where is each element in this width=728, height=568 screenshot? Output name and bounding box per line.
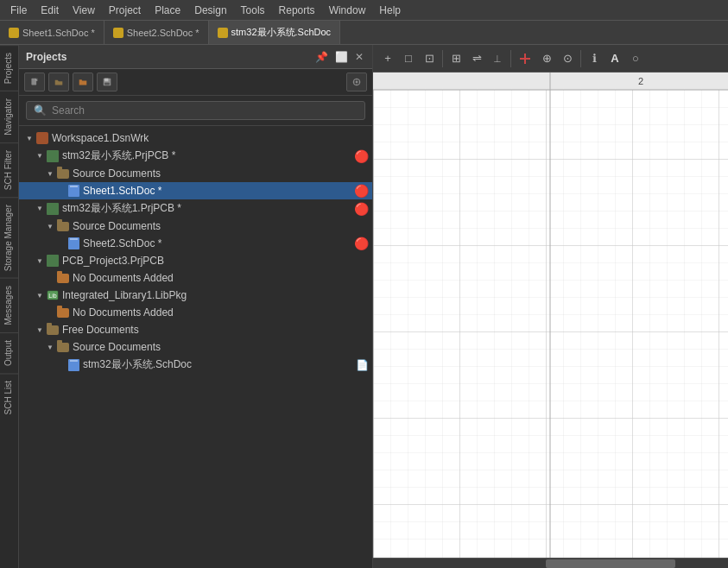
- tab-stm32[interactable]: stm32最小系统.SchDoc: [209, 21, 341, 44]
- toolbar-sep1: [442, 50, 443, 67]
- panel-restore-icon[interactable]: ⬜: [333, 50, 350, 64]
- menu-project[interactable]: Project: [102, 3, 148, 18]
- src1-label: Source Documents: [73, 167, 369, 180]
- canvas-area: + □ ⊡ ⊞ ⇌ ⟂ ⊕ ⊙ ℹ A ○: [373, 45, 728, 568]
- horizontal-scrollbar[interactable]: [373, 558, 728, 568]
- tab-sheet2-icon: [113, 28, 123, 38]
- proj1-icon: [47, 150, 59, 162]
- tab-sheet1[interactable]: Sheet1.SchDoc *: [0, 21, 104, 44]
- settings-button[interactable]: [346, 73, 367, 92]
- nodocs2-icon: [57, 306, 69, 319]
- rect-btn[interactable]: □: [399, 48, 418, 69]
- proj3-label: PCB_Project3.PrjPCB: [62, 255, 369, 267]
- panel-header-icons: 📌 ⬜ ✕: [313, 50, 365, 64]
- tree-item-proj2[interactable]: ▼ stm32最小系统1.PrjPCB * 🔴: [19, 199, 372, 218]
- vtab-storage-manager[interactable]: Storage Manager: [0, 197, 18, 278]
- scrollbar-thumb[interactable]: [546, 559, 675, 568]
- info-btn[interactable]: ℹ: [585, 48, 604, 69]
- svg-text:Lib: Lib: [48, 293, 56, 299]
- tree-item-lib1[interactable]: ▼ Lib Integrated_Library1.LibPkg: [19, 287, 372, 304]
- menu-file[interactable]: File: [3, 3, 34, 18]
- svg-rect-11: [359, 81, 361, 82]
- projects-panel: Projects 📌 ⬜ ✕: [19, 45, 373, 568]
- sheet1-label: Sheet1.SchDoc *: [83, 185, 351, 197]
- text-btn[interactable]: A: [605, 48, 624, 69]
- grid-btn[interactable]: ⊞: [446, 48, 465, 69]
- nodocs2-label: No Documents Added: [73, 306, 369, 319]
- menu-view[interactable]: View: [66, 3, 102, 18]
- save-all-button[interactable]: [97, 73, 117, 92]
- vtab-projects[interactable]: Projects: [0, 45, 18, 91]
- vtab-output[interactable]: Output: [0, 332, 18, 373]
- free-icon: [47, 324, 59, 336]
- main-area: Projects Navigator SCH Filter Storage Ma…: [0, 45, 728, 568]
- toolbar-sep2: [510, 50, 511, 67]
- menu-edit[interactable]: Edit: [34, 3, 66, 18]
- vtab-messages[interactable]: Messages: [0, 278, 18, 332]
- menu-help[interactable]: Help: [372, 3, 408, 18]
- pin-btn[interactable]: ⟂: [488, 48, 507, 69]
- search-box: 🔍: [26, 101, 365, 120]
- free-arrow: ▼: [36, 326, 47, 334]
- toolbar-sep3: [580, 50, 581, 67]
- menu-bar: File Edit View Project Place Design Tool…: [0, 0, 728, 21]
- sheet2-icon: [67, 237, 79, 249]
- src-free-arrow: ▼: [47, 344, 57, 351]
- menu-window[interactable]: Window: [322, 3, 373, 18]
- vtab-sch-filter[interactable]: SCH Filter: [0, 142, 18, 197]
- open-project-button[interactable]: [48, 73, 69, 92]
- svg-text:2: 2: [638, 76, 643, 86]
- src2-folder-icon: [57, 220, 69, 232]
- src2-arrow: ▼: [47, 223, 57, 230]
- new-icon: [30, 76, 39, 88]
- tree-item-free[interactable]: ▼ Free Documents: [19, 321, 372, 338]
- tree-item-sheet1[interactable]: Sheet1.SchDoc * 🔴: [19, 182, 372, 199]
- sheet1-modified-icon: 🔴: [354, 184, 369, 198]
- src1-arrow: ▼: [47, 170, 57, 178]
- tab-sheet1-label: Sheet1.SchDoc *: [22, 28, 95, 38]
- proj2-arrow: ▼: [36, 205, 47, 212]
- vtab-sch-list[interactable]: SCH List: [0, 373, 18, 421]
- new-project-button[interactable]: [24, 73, 45, 92]
- libpkg-icon-svg: Lib: [47, 289, 59, 301]
- panel-close-icon[interactable]: ✕: [353, 50, 365, 64]
- tree-item-src-free[interactable]: ▼ Source Documents: [19, 338, 372, 356]
- sheet2-modified-icon: 🔴: [354, 237, 369, 250]
- free-label: Free Documents: [62, 324, 369, 336]
- menu-tools[interactable]: Tools: [234, 3, 272, 18]
- arc-btn[interactable]: ○: [626, 48, 645, 69]
- browse-folder-button[interactable]: [73, 73, 93, 92]
- cross-btn[interactable]: [515, 48, 535, 69]
- tree-item-workspace[interactable]: ▼ Workspace1.DsnWrk: [19, 129, 372, 147]
- workspace-icon: [36, 132, 48, 144]
- tree-item-nodocs2: No Documents Added: [19, 304, 372, 321]
- menu-reports[interactable]: Reports: [272, 3, 322, 18]
- vtab-navigator[interactable]: Navigator: [0, 91, 18, 142]
- tree-item-sheet2[interactable]: Sheet2.SchDoc * 🔴: [19, 235, 372, 252]
- tree-item-src1[interactable]: ▼ Source Documents: [19, 165, 372, 182]
- route-btn[interactable]: ⇌: [467, 48, 486, 69]
- menu-place[interactable]: Place: [148, 3, 187, 18]
- menu-design[interactable]: Design: [187, 3, 233, 18]
- svg-rect-8: [356, 79, 357, 80]
- schematic-canvas[interactable]: 2: [373, 73, 728, 558]
- component-btn[interactable]: ⊕: [537, 48, 556, 69]
- search-input[interactable]: [52, 104, 358, 117]
- tree-item-proj3[interactable]: ▼ PCB_Project3.PrjPCB: [19, 252, 372, 269]
- add-btn[interactable]: +: [378, 48, 397, 69]
- tree-item-src2[interactable]: ▼ Source Documents: [19, 218, 372, 235]
- search-icon: 🔍: [34, 104, 47, 117]
- tree-item-sheet-free[interactable]: stm32最小系统.SchDoc 📄: [19, 356, 372, 374]
- save-all-icon: [103, 76, 111, 88]
- proj3-icon: [47, 255, 59, 267]
- tree-item-proj1[interactable]: ▼ stm32最小系统.PrjPCB * 🔴: [19, 147, 372, 165]
- panel-title: Projects: [26, 51, 66, 63]
- circle-btn[interactable]: ⊙: [558, 48, 577, 69]
- panel-pin-icon[interactable]: 📌: [313, 50, 330, 64]
- svg-rect-4: [104, 79, 108, 82]
- tree-item-nodocs1: No Documents Added: [19, 269, 372, 287]
- tab-sheet2[interactable]: Sheet2.SchDoc *: [104, 21, 209, 44]
- rect2-btn[interactable]: ⊡: [420, 48, 439, 69]
- svg-point-7: [356, 81, 358, 84]
- sheet-free-label: stm32最小系统.SchDoc: [83, 357, 352, 372]
